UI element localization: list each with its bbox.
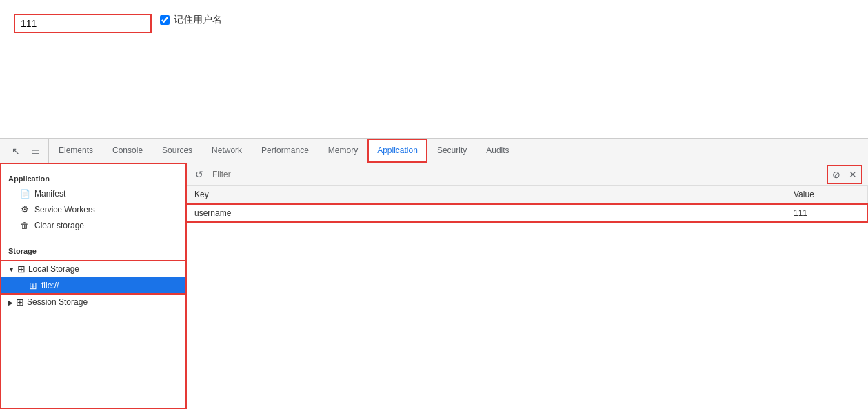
sidebar-resizer[interactable] [183,163,185,409]
tab-audits[interactable]: Audits [476,139,518,163]
storage-section-title: Storage [0,241,185,258]
sidebar: Application Manifest Service Workers Cle… [0,163,186,409]
storage-table: Key Value username111 [186,186,868,222]
local-storage-expand-icon [8,264,14,274]
local-storage-icon [17,263,26,275]
sidebar-item-clear-storage[interactable]: Clear storage [0,217,185,233]
page-content: 记住用户名 [0,0,868,138]
tab-sources[interactable]: Sources [152,139,202,163]
sidebar-item-manifest[interactable]: Manifest [0,186,185,201]
table-cell-key: username [186,204,785,223]
clear-button[interactable]: ✕ [846,168,860,181]
manifest-icon [19,188,30,199]
tab-elements[interactable]: Elements [49,139,103,163]
application-section-title: Application [0,169,185,186]
block-button[interactable]: ⊘ [829,168,843,181]
devtools-body: Application Manifest Service Workers Cle… [0,163,868,409]
tab-console[interactable]: Console [103,139,152,163]
tab-performance[interactable]: Performance [252,139,319,163]
storage-table-wrapper: Key Value username111 [186,186,868,409]
username-input[interactable] [14,14,152,33]
local-storage-label: Local Storage [28,264,79,274]
session-storage-label: Session Storage [27,297,88,307]
content-toolbar: ↺ ⊘ ✕ [186,163,868,186]
table-row[interactable]: username111 [186,204,868,223]
clear-storage-icon [19,220,30,230]
manifest-label: Manifest [34,189,65,199]
local-storage-group: Local Storage file:// [0,261,185,294]
devtools-panel: ↖ ▭ Elements Console Sources Network Per… [0,138,868,409]
remember-checkbox[interactable] [160,15,170,25]
sidebar-item-file[interactable]: file:// [0,277,185,294]
toolbar-action-buttons: ⊘ ✕ [827,165,862,184]
tab-bar: ↖ ▭ Elements Console Sources Network Per… [0,139,868,163]
value-column-header: Value [785,186,868,204]
file-storage-label: file:// [41,281,59,290]
filter-input[interactable] [212,170,821,179]
table-header-row: Key Value [186,186,868,204]
device-toggle-icon[interactable]: ▭ [28,143,43,159]
remember-text: 记住用户名 [174,14,222,26]
tab-network[interactable]: Network [202,139,252,163]
file-storage-icon [29,280,37,291]
sidebar-item-service-workers[interactable]: Service Workers [0,201,185,217]
refresh-button[interactable]: ↺ [192,167,207,182]
content-area: ↺ ⊘ ✕ Key Value username1 [186,163,868,409]
table-cell-value: 111 [785,204,868,223]
tab-application[interactable]: Application [367,139,427,163]
tab-memory[interactable]: Memory [319,139,367,163]
session-storage-icon [16,297,24,308]
session-storage-header[interactable]: Session Storage [0,294,185,310]
local-storage-header[interactable]: Local Storage [0,261,185,277]
cursor-icon[interactable]: ↖ [8,143,23,159]
session-storage-expand-icon [8,297,13,307]
tab-security[interactable]: Security [427,139,476,163]
service-workers-icon [19,204,30,215]
clear-storage-label: Clear storage [34,221,84,230]
remember-label[interactable]: 记住用户名 [160,14,222,26]
service-workers-label: Service Workers [34,205,95,215]
key-column-header: Key [186,186,785,204]
devtools-toolbar-icons: ↖ ▭ [3,139,49,163]
